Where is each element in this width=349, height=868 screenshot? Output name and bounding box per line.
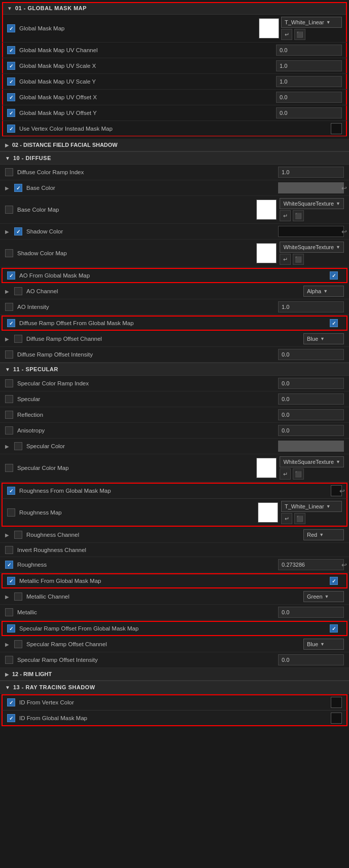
roughness-global-checkbox[interactable] xyxy=(7,487,15,495)
ao-global-value-checkbox[interactable] xyxy=(330,271,338,280)
shadow-color-input[interactable] xyxy=(278,226,344,237)
diffuse-ramp-offset-checkbox[interactable] xyxy=(7,319,15,327)
diffuse-ramp-checkbox[interactable] xyxy=(5,168,13,176)
reset-icon[interactable]: ↩ xyxy=(341,561,347,569)
base-color-map-checkbox[interactable] xyxy=(5,206,13,214)
reset-icon[interactable]: ↩ xyxy=(339,487,345,495)
invert-roughness-checkbox[interactable] xyxy=(5,546,13,554)
specular-ramp-offset-intensity-checkbox[interactable] xyxy=(5,656,13,664)
expand-arrow-icon[interactable]: ▶ xyxy=(5,594,12,600)
section-distance-field[interactable]: ▶ 02 - DISTANCE FIELD FACIAL SHADOW xyxy=(0,139,349,151)
id-vertex-color-checkbox[interactable] xyxy=(7,698,15,706)
specular-input[interactable] xyxy=(278,393,344,405)
folder-icon[interactable]: ⬛ xyxy=(293,468,304,480)
specular-color-label: Specular Color xyxy=(26,443,278,449)
base-color-checkbox[interactable] xyxy=(14,184,22,192)
diffuse-ramp-offset-intensity-input[interactable] xyxy=(278,349,344,360)
expand-arrow-icon[interactable]: ▶ xyxy=(5,289,12,294)
folder-icon[interactable]: ⬛ xyxy=(294,29,305,40)
reset-icon[interactable]: ↵ xyxy=(280,254,291,265)
specular-checkbox[interactable] xyxy=(5,395,13,403)
uv-scale-x-input[interactable] xyxy=(276,60,342,71)
metallic-value-checkbox[interactable] xyxy=(5,608,13,616)
folder-icon[interactable]: ⬛ xyxy=(293,210,304,221)
folder-icon[interactable]: ⬛ xyxy=(293,254,304,265)
section-diffuse[interactable]: ▼ 10 - DIFFUSE xyxy=(0,151,349,165)
shadow-color-map-checkbox[interactable] xyxy=(5,249,13,257)
ao-channel-checkbox[interactable] xyxy=(14,287,22,295)
diffuse-ramp-offset-intensity-checkbox[interactable] xyxy=(5,350,13,359)
roughness-value-input[interactable] xyxy=(278,559,344,570)
roughness-channel-checkbox[interactable] xyxy=(14,531,22,539)
roughness-value-checkbox[interactable] xyxy=(5,561,13,569)
uv-offset-x-input[interactable] xyxy=(276,92,342,103)
anisotropy-checkbox[interactable] xyxy=(5,426,13,435)
section-rim-light[interactable]: ▶ 12 - RIM LIGHT xyxy=(0,668,349,681)
diffuse-ramp-offset-value-checkbox[interactable] xyxy=(330,319,338,327)
specular-ramp-offset-global-checkbox[interactable] xyxy=(7,624,15,633)
uv-scale-y-input[interactable] xyxy=(276,76,342,87)
metallic-global-value-checkbox[interactable] xyxy=(330,577,338,585)
uv-scale-y-checkbox[interactable] xyxy=(7,77,15,86)
ao-global-checkbox[interactable] xyxy=(7,271,15,280)
reset-icon[interactable]: ↵ xyxy=(280,468,291,480)
global-mask-map-dropdown[interactable]: T_White_Linear ▼ xyxy=(281,17,342,28)
folder-icon[interactable]: ⬛ xyxy=(294,513,305,524)
specular-ramp-index-checkbox[interactable] xyxy=(5,379,13,387)
shadow-color-map-dropdown[interactable]: WhiteSquareTexture ▼ xyxy=(280,242,344,253)
reset-icon[interactable]: ↩ xyxy=(341,228,347,235)
metallic-global-checkbox[interactable] xyxy=(7,577,15,585)
roughness-map-checkbox[interactable] xyxy=(7,508,15,517)
uv-channel-input[interactable] xyxy=(276,45,342,56)
diffuse-ramp-offset-channel-checkbox[interactable] xyxy=(14,335,22,343)
base-color-swatch[interactable] xyxy=(278,182,344,193)
metallic-channel-checkbox[interactable] xyxy=(14,593,22,601)
specular-ramp-index-input[interactable] xyxy=(278,378,344,389)
reset-icon[interactable]: ↩ xyxy=(341,184,347,192)
specular-color-map-dropdown[interactable]: WhiteSquareTexture ▼ xyxy=(280,456,344,467)
ao-channel-dropdown[interactable]: Alpha ▼ xyxy=(303,286,344,297)
expand-arrow-icon[interactable]: ▶ xyxy=(5,185,12,191)
uv-offset-y-checkbox[interactable] xyxy=(7,109,15,117)
roughness-map-dropdown[interactable]: T_White_Linear ▼ xyxy=(281,501,342,512)
expand-arrow-icon[interactable]: ▶ xyxy=(5,642,12,647)
reset-icon[interactable]: ↵ xyxy=(281,513,292,524)
uv-offset-x-checkbox[interactable] xyxy=(7,93,15,101)
reflection-input[interactable] xyxy=(278,409,344,420)
chevron-right-icon: ▶ xyxy=(5,672,9,677)
specular-ramp-index-label: Specular Color Ramp Index xyxy=(17,380,278,386)
expand-arrow-icon[interactable]: ▶ xyxy=(5,532,12,538)
uv-offset-y-input[interactable] xyxy=(276,107,342,119)
section-specular[interactable]: ▼ 11 - SPECULAR xyxy=(0,363,349,376)
global-mask-map-checkbox[interactable] xyxy=(7,24,15,32)
section-global-mask-map[interactable]: ▼ 01 - GLOBAL MASK MAP xyxy=(2,2,347,15)
reset-icon[interactable]: ↵ xyxy=(281,29,292,40)
specular-ramp-offset-intensity-input[interactable] xyxy=(278,654,344,665)
id-global-mask-checkbox[interactable] xyxy=(7,714,15,722)
specular-ramp-offset-global-value-checkbox[interactable] xyxy=(330,624,338,633)
expand-arrow-icon[interactable]: ▶ xyxy=(5,444,12,449)
specular-color-swatch[interactable] xyxy=(278,441,344,452)
ao-intensity-checkbox[interactable] xyxy=(5,303,13,311)
roughness-channel-dropdown[interactable]: Red ▼ xyxy=(303,529,344,540)
metallic-value-input[interactable] xyxy=(278,607,344,618)
section-ray-tracing[interactable]: ▼ 13 - RAY TRACING SHADOW xyxy=(0,681,349,694)
uv-scale-x-checkbox[interactable] xyxy=(7,62,15,70)
specular-ramp-offset-channel-checkbox[interactable] xyxy=(14,640,22,648)
reflection-checkbox[interactable] xyxy=(5,411,13,419)
specular-ramp-offset-channel-dropdown[interactable]: Blue ▼ xyxy=(303,639,344,650)
ao-intensity-input[interactable] xyxy=(278,301,344,312)
diffuse-ramp-input[interactable] xyxy=(278,167,344,178)
specular-color-checkbox[interactable] xyxy=(14,442,22,450)
shadow-color-checkbox[interactable] xyxy=(14,227,22,235)
reset-icon[interactable]: ↵ xyxy=(280,210,291,221)
uv-channel-checkbox[interactable] xyxy=(7,46,15,54)
diffuse-ramp-offset-channel-dropdown[interactable]: Blue ▼ xyxy=(303,333,344,344)
expand-arrow-icon[interactable]: ▶ xyxy=(5,229,12,234)
specular-color-map-checkbox[interactable] xyxy=(5,464,13,472)
expand-arrow-icon[interactable]: ▶ xyxy=(5,336,12,342)
use-vertex-color-checkbox[interactable] xyxy=(7,125,15,133)
metallic-channel-dropdown[interactable]: Green ▼ xyxy=(303,591,344,602)
anisotropy-input[interactable] xyxy=(278,425,344,436)
base-color-map-dropdown[interactable]: WhiteSquareTexture ▼ xyxy=(280,198,344,209)
